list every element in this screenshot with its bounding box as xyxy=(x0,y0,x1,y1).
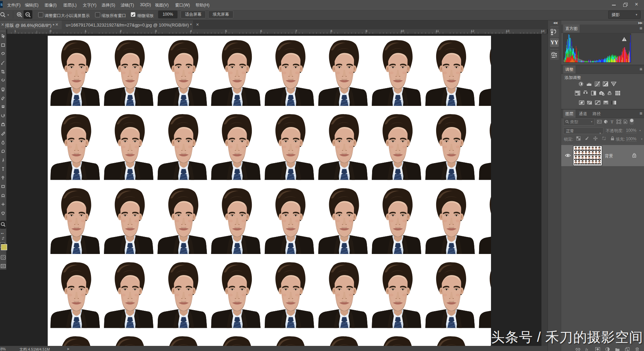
svg-text:fx: fx xyxy=(585,347,588,351)
svg-text:T: T xyxy=(611,119,613,124)
